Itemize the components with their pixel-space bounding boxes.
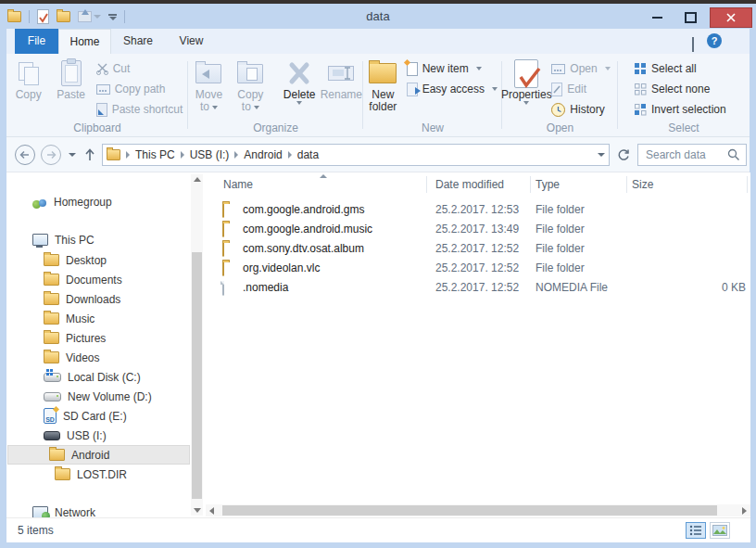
address-bar: This PC USB (I:) Android data <box>6 137 750 172</box>
close-button[interactable] <box>710 7 752 28</box>
file-row[interactable]: org.videolan.vlc 25.2.2017. 12:52 File f… <box>211 259 753 278</box>
sidebar-item-downloads[interactable]: Downloads <box>14 289 197 309</box>
scroll-right-icon[interactable] <box>742 507 747 515</box>
address-dropdown-button[interactable] <box>598 153 605 157</box>
sidebar-item-homegroup[interactable]: Homegroup <box>14 192 197 211</box>
column-divider[interactable] <box>626 176 627 193</box>
easy-access-button[interactable]: Easy access <box>403 79 501 99</box>
chevron-up-icon <box>692 37 694 52</box>
sidebar-item-videos[interactable]: Videos <box>14 348 197 367</box>
tab-share[interactable]: Share <box>111 29 165 54</box>
ribbon-group-new: New folder New item Easy access <box>363 54 502 136</box>
move-to-button[interactable]: Move to <box>188 56 230 113</box>
back-button[interactable] <box>14 144 36 166</box>
sidebar-item-this-pc[interactable]: This PC <box>14 230 197 249</box>
history-button[interactable]: History <box>548 99 608 120</box>
close-icon <box>725 12 737 23</box>
column-divider[interactable] <box>426 176 427 193</box>
delete-button[interactable]: Delete <box>279 56 321 105</box>
file-row[interactable]: com.google.android.music 25.2.2017. 13:4… <box>211 220 753 239</box>
edit-icon <box>551 83 562 96</box>
minimize-button[interactable] <box>643 7 671 28</box>
details-view-icon <box>689 525 702 536</box>
refresh-button[interactable] <box>616 147 631 162</box>
address-box[interactable]: This PC USB (I:) Android data <box>102 144 610 166</box>
scroll-down-icon[interactable] <box>194 508 201 513</box>
help-button[interactable]: ? <box>707 33 722 48</box>
titlebar: data <box>0 4 756 29</box>
sidebar-scrollbar-thumb[interactable] <box>192 252 202 499</box>
ribbon-tab-row: File Home Share View ? <box>6 29 750 54</box>
sidebar-item-pictures[interactable]: Pictures <box>14 328 197 348</box>
documents-folder-icon <box>44 274 59 286</box>
details-view-button[interactable] <box>686 522 706 539</box>
up-button[interactable] <box>82 147 97 163</box>
sidebar-item-android[interactable]: Android <box>7 445 190 465</box>
sidebar-item-local-disk-c[interactable]: Local Disk (C:) <box>14 367 197 387</box>
rename-icon <box>328 66 354 81</box>
tab-view[interactable]: View <box>165 29 218 54</box>
breadcrumb-android[interactable]: Android <box>244 148 282 161</box>
thumbnail-view-icon <box>712 525 727 536</box>
rename-button[interactable]: Rename <box>321 56 362 101</box>
file-row[interactable]: com.sony.dtv.osat.album 25.2.2017. 12:52… <box>211 239 753 259</box>
new-folder-button[interactable]: New folder <box>363 56 403 113</box>
sidebar-item-music[interactable]: Music <box>14 309 197 328</box>
breadcrumb-data[interactable]: data <box>297 148 319 161</box>
sidebar-item-desktop[interactable]: Desktop <box>14 250 197 270</box>
horizontal-scrollbar[interactable] <box>206 504 750 516</box>
search-input[interactable] <box>644 147 727 162</box>
select-none-button[interactable]: Select none <box>631 79 713 99</box>
column-header-name[interactable]: Name <box>223 178 253 191</box>
delete-x-icon <box>285 61 313 85</box>
folder-icon <box>49 449 65 461</box>
select-all-button[interactable]: Select all <box>631 58 700 79</box>
copy-to-button[interactable]: Copy to <box>230 56 271 113</box>
sidebar-item-new-volume-d[interactable]: New Volume (D:) <box>14 387 197 406</box>
tab-file[interactable]: File <box>15 29 58 54</box>
breadcrumb-this-pc[interactable]: This PC <box>135 148 175 161</box>
open-button[interactable]: Open <box>548 58 613 79</box>
sidebar-item-lost-dir[interactable]: LOST.DIR <box>14 465 197 484</box>
sidebar-item-sd-card-e[interactable]: SDSD Card (E:) <box>14 406 197 426</box>
maximize-button[interactable] <box>676 7 704 28</box>
window-border <box>0 29 6 548</box>
paste-shortcut-button[interactable]: Paste shortcut <box>93 99 187 120</box>
tab-home[interactable]: Home <box>58 29 111 54</box>
forward-button[interactable] <box>40 144 62 166</box>
sidebar-item-usb-i[interactable]: USB (I:) <box>14 426 197 445</box>
history-clock-icon <box>551 103 565 117</box>
collapse-ribbon-button[interactable] <box>692 39 694 52</box>
scroll-left-icon[interactable] <box>209 507 214 515</box>
explorer-window: data File Home Share View ? Copy Paste <box>0 0 756 548</box>
item-count: 5 items <box>18 524 54 537</box>
copy-path-button[interactable]: Copy path <box>93 79 170 99</box>
breadcrumb-separator-icon <box>181 151 184 159</box>
recent-locations-button[interactable] <box>69 153 76 157</box>
column-header-size[interactable]: Size <box>632 178 653 191</box>
location-folder-icon <box>107 149 120 160</box>
music-folder-icon <box>44 312 59 325</box>
paste-button[interactable]: Paste <box>50 56 93 101</box>
column-divider[interactable] <box>530 176 531 193</box>
file-row[interactable]: .nomedia 25.2.2017. 12:52 NOMEDIA File 0… <box>211 278 753 298</box>
file-row[interactable]: com.google.android.gms 25.2.2017. 12:53 … <box>211 200 753 220</box>
properties-button[interactable]: Properties <box>505 56 548 105</box>
column-divider[interactable] <box>747 176 748 193</box>
column-header-date-modified[interactable]: Date modified <box>435 178 504 191</box>
cut-button[interactable]: Cut <box>93 58 134 79</box>
copy-button[interactable]: Copy <box>7 56 50 101</box>
pictures-folder-icon <box>44 332 59 344</box>
folder-icon <box>222 261 224 276</box>
scroll-up-icon[interactable] <box>194 177 201 182</box>
sidebar-scrollbar[interactable] <box>191 174 203 516</box>
edit-button[interactable]: Edit <box>548 79 590 99</box>
breadcrumb-usb[interactable]: USB (I:) <box>190 148 230 161</box>
select-none-icon <box>635 83 647 96</box>
sidebar-item-documents[interactable]: Documents <box>14 270 197 289</box>
invert-selection-button[interactable]: Invert selection <box>631 99 730 120</box>
new-item-button[interactable]: New item <box>403 58 485 79</box>
horizontal-scrollbar-thumb[interactable] <box>222 505 717 516</box>
large-icons-view-button[interactable] <box>710 522 730 539</box>
column-header-type[interactable]: Type <box>536 178 560 191</box>
